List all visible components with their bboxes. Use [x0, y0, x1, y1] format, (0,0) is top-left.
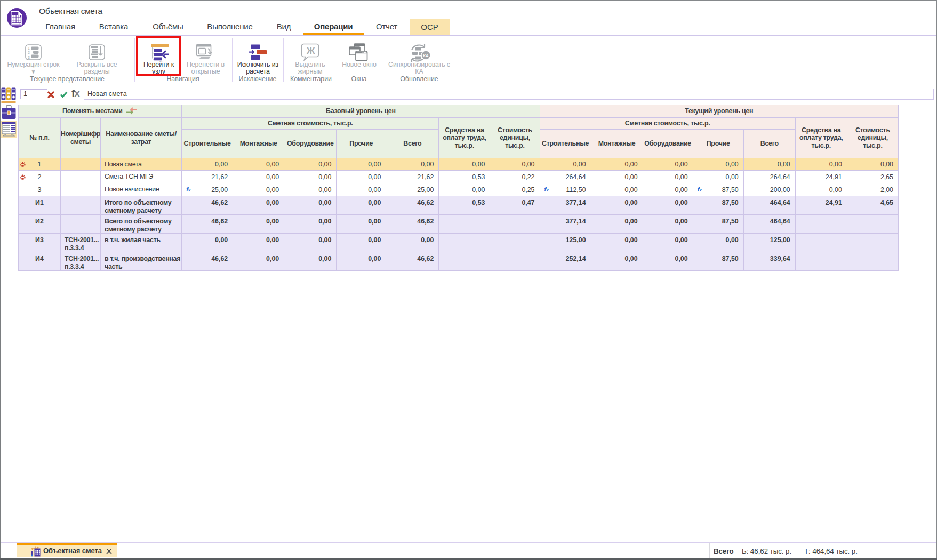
- svg-text:3: 3: [28, 55, 30, 59]
- svg-text:2: 2: [28, 51, 30, 54]
- svg-text:1: 1: [28, 46, 30, 50]
- svg-text:Ж: Ж: [306, 46, 315, 56]
- svg-text:КА: КА: [423, 53, 429, 58]
